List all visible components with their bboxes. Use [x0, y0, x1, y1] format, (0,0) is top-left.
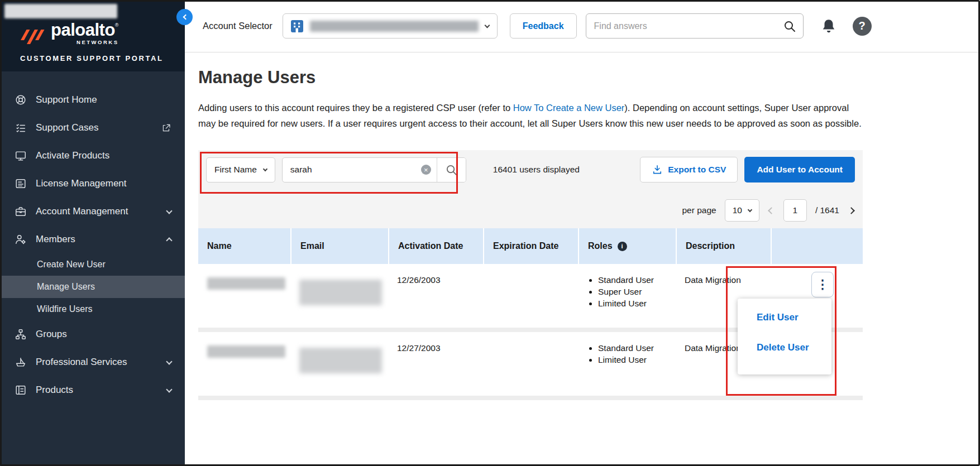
paloalto-logo-mark: [20, 28, 46, 45]
notifications-button[interactable]: [820, 18, 837, 35]
name-cell: [198, 264, 290, 328]
registered-mark: ®: [115, 22, 119, 28]
delete-user-menu-item[interactable]: Delete User: [757, 342, 831, 353]
column-header-expiration-date: Expiration Date: [483, 228, 578, 264]
redacted-name: [207, 277, 285, 290]
chevron-down-icon: [166, 386, 172, 392]
page-title: Manage Users: [198, 68, 863, 88]
previous-page-button[interactable]: [768, 207, 775, 214]
help-button[interactable]: ?: [853, 17, 872, 36]
users-table-header: Name Email Activation Date Expiration Da…: [198, 228, 863, 264]
redacted-account-name: [310, 21, 479, 32]
edit-user-menu-item[interactable]: Edit User: [757, 312, 831, 323]
users-displayed-count: 16401 users displayed: [493, 165, 580, 175]
account-selector-dropdown[interactable]: [283, 13, 498, 39]
row-actions-menu: Edit User Delete User: [738, 299, 831, 374]
sidebar-item-license-management[interactable]: License Management: [0, 170, 185, 198]
sidebar-item-members[interactable]: Members: [0, 225, 185, 253]
search-icon: [445, 164, 458, 176]
role-item: Limited User: [598, 299, 667, 309]
catalog-icon: [15, 384, 27, 396]
sidebar-subitem-wildfire-users[interactable]: Wildfire Users: [0, 298, 185, 320]
question-mark-icon: ?: [858, 20, 865, 32]
expiration-date-cell: [483, 264, 578, 328]
chevron-down-icon: [166, 358, 172, 364]
redacted-block: [4, 4, 117, 18]
user-gear-icon: [15, 233, 27, 246]
license-icon: [15, 177, 27, 190]
building-icon: [291, 20, 303, 32]
sidebar-item-label: Members: [36, 234, 75, 245]
column-header-email: Email: [290, 228, 388, 264]
search-submit-button[interactable]: [437, 158, 466, 182]
sidebar-item-groups[interactable]: Groups: [0, 320, 185, 348]
sidebar-item-label: Support Cases: [36, 122, 98, 133]
roles-cell: Standard User Limited User: [578, 332, 676, 396]
sidebar-item-products[interactable]: Products: [0, 376, 185, 404]
brand-sub: NETWORKS: [51, 39, 118, 45]
bell-icon: [820, 18, 837, 35]
sidebar-collapse-button[interactable]: [176, 9, 193, 25]
monitor-icon: [15, 150, 27, 162]
clear-search-icon[interactable]: ×: [421, 165, 431, 175]
name-cell: [198, 332, 290, 396]
redacted-email: [299, 348, 382, 373]
table-row: 12/26/2003 Standard User Super User Limi…: [198, 264, 863, 332]
brand-name: paloalto: [51, 20, 115, 40]
total-pages-label: / 1641: [815, 205, 839, 215]
sidebar-item-professional-services[interactable]: Professional Services: [0, 348, 185, 376]
role-item: Super User: [598, 287, 667, 297]
chevron-right-icon: [848, 207, 855, 214]
redacted-name: [207, 345, 285, 358]
sidebar-item-support-cases[interactable]: Support Cases: [0, 114, 185, 142]
email-cell: [290, 332, 388, 396]
how-to-create-new-user-link[interactable]: How To Create a New User: [513, 103, 625, 113]
activation-date-cell: 12/26/2003: [388, 264, 483, 328]
row-actions-kebab-button[interactable]: ⋮: [811, 272, 834, 297]
actions-cell: ⋮ Edit User Delete User: [771, 264, 863, 328]
chevron-down-icon: [484, 22, 490, 28]
paloalto-logo-text: paloalto® NETWORKS: [51, 22, 118, 45]
intro-text-before: Adding users to this account requires th…: [198, 103, 513, 113]
sidebar-item-label: Professional Services: [36, 357, 127, 368]
export-csv-button[interactable]: Export to CSV: [640, 157, 738, 182]
main-content: Manage Users Adding users to this accoun…: [185, 53, 980, 466]
members-submenu: Create New User Manage Users Wildfire Us…: [0, 253, 185, 320]
sidebar-item-activate-products[interactable]: Activate Products: [0, 142, 185, 170]
table-toolbar-panel: First Name × 16401 users displayed Expor…: [198, 150, 863, 228]
briefcase-icon: [15, 205, 27, 218]
email-cell: [290, 264, 388, 328]
per-page-dropdown[interactable]: 10: [725, 199, 759, 222]
paloalto-logo: paloalto® NETWORKS: [0, 22, 185, 45]
search-icon[interactable]: [783, 20, 796, 33]
column-header-description: Description: [676, 228, 771, 264]
sidebar-subitem-manage-users[interactable]: Manage Users: [0, 276, 185, 298]
sidebar-item-label: Products: [36, 385, 73, 396]
sidebar-item-label: Activate Products: [36, 150, 109, 161]
expiration-date-cell: [483, 332, 578, 396]
sidebar-subitem-create-new-user[interactable]: Create New User: [0, 253, 185, 276]
info-icon[interactable]: i: [618, 242, 627, 251]
sidebar-item-account-management[interactable]: Account Management: [0, 198, 185, 225]
chevron-left-icon: [183, 15, 188, 20]
ship-icon: [15, 356, 27, 368]
add-user-to-account-button[interactable]: Add User to Account: [744, 157, 855, 182]
find-answers-input[interactable]: [594, 21, 783, 31]
column-header-roles: Roles i: [578, 228, 676, 264]
next-page-button[interactable]: [848, 207, 855, 214]
per-page-value: 10: [733, 205, 742, 215]
filter-field-value: First Name: [214, 165, 257, 175]
find-answers-search: [586, 13, 804, 39]
filter-field-dropdown[interactable]: First Name: [206, 157, 275, 182]
chevron-down-icon: [748, 207, 752, 212]
feedback-button[interactable]: Feedback: [510, 13, 577, 39]
chevron-down-icon: [166, 208, 172, 214]
life-buoy-icon: [15, 94, 27, 106]
topbar: Account Selector Feedback ?: [185, 0, 980, 52]
user-search-input[interactable]: [283, 165, 421, 175]
column-header-activation-date: Activation Date: [388, 228, 483, 264]
user-search-box: ×: [282, 157, 466, 182]
current-page-input[interactable]: [783, 199, 807, 222]
roles-header-label: Roles: [588, 241, 613, 251]
sidebar-item-support-home[interactable]: Support Home: [0, 86, 185, 114]
